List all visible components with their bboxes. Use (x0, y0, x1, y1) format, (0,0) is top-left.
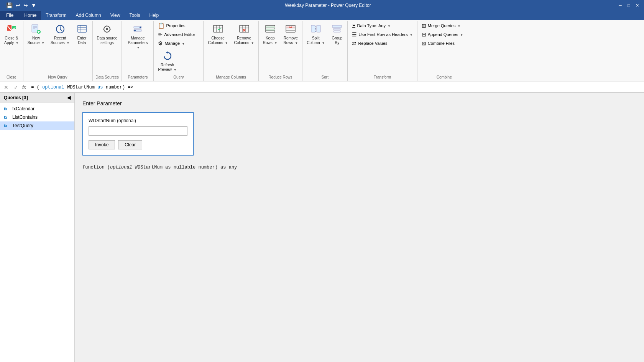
remove-columns-label: RemoveColumns ▼ (234, 36, 254, 45)
invoke-button[interactable]: Invoke (89, 140, 115, 149)
svg-point-23 (140, 27, 141, 28)
close-apply-button[interactable]: Close &Apply ▼ (2, 21, 21, 47)
choose-columns-button[interactable]: ChooseColumns ▼ (205, 21, 230, 47)
menu-tools[interactable]: Tools (125, 11, 145, 20)
query-fx-icon-listcontains: fx (4, 115, 10, 120)
new-source-label: NewSource ▼ (28, 36, 44, 45)
formula-confirm-button[interactable]: ✓ (12, 84, 20, 91)
svg-rect-41 (286, 25, 295, 32)
svg-point-24 (134, 30, 136, 31)
ribbon-group-manage-columns: ChooseColumns ▼ RemoveColumns ▼ (204, 21, 258, 81)
manage-parameters-button[interactable]: ManageParameters ▼ (123, 21, 152, 51)
menu-help[interactable]: Help (145, 11, 163, 20)
data-type-button[interactable]: Ξ Data Type: Any ▼ (349, 21, 393, 30)
ribbon-group-combine: ⊞ Merge Queries ▼ ⊟ Append Queries ▼ ⊠ C… (417, 21, 471, 81)
qat-dropdown-icon[interactable]: ▼ (30, 2, 37, 9)
enter-data-button[interactable]: EnterData (73, 21, 91, 47)
fn-optional-keyword: optional (110, 165, 132, 170)
maximize-button[interactable]: □ (625, 2, 632, 9)
ribbon-group-query-items: 📋 Properties ✏ Advanced Editor ⚙ Manage … (155, 21, 202, 48)
first-row-headers-button[interactable]: ☰ Use First Row as Headers ▼ (349, 30, 415, 39)
new-source-button[interactable]: NewSource ▼ (25, 21, 47, 47)
ribbon-group-parameters-items: ManageParameters ▼ (123, 21, 152, 74)
refresh-preview-button[interactable]: RefreshPreview ▼ (155, 48, 179, 74)
data-source-settings-icon (101, 23, 113, 35)
data-source-settings-button[interactable]: Data sourcesettings (94, 21, 120, 47)
svg-rect-26 (214, 25, 223, 32)
ribbon-group-close-items: Close &Apply ▼ (2, 21, 21, 74)
query-item-fxcalendar[interactable]: fx fxCalendar (0, 105, 74, 113)
svg-point-16 (106, 28, 108, 30)
merge-queries-button[interactable]: ⊞ Merge Queries ▼ (419, 21, 463, 30)
fn-return-type: as any (218, 165, 237, 170)
combine-files-button[interactable]: ⊠ Combine Files (419, 39, 457, 48)
close-button[interactable]: ✕ (633, 2, 641, 9)
append-queries-button[interactable]: ⊟ Append Queries ▼ (419, 30, 466, 39)
query-label-testquery: TestQuery (12, 123, 33, 128)
replace-values-button[interactable]: ⇄ Replace Values (349, 39, 390, 48)
remove-columns-icon (238, 23, 250, 35)
new-source-icon (30, 23, 42, 35)
save-icon[interactable]: 💾 (5, 2, 13, 9)
combine-files-label: Combine Files (428, 41, 455, 46)
replace-values-icon: ⇄ (352, 40, 356, 46)
menu-file[interactable]: File (0, 11, 20, 20)
menu-home[interactable]: Home (20, 11, 41, 20)
window-controls: ─ □ ✕ (616, 2, 641, 9)
remove-rows-button[interactable]: RemoveRows ▼ (281, 21, 301, 47)
svg-rect-51 (334, 28, 340, 30)
ribbon-group-manage-columns-label: Manage Columns (205, 74, 256, 80)
svg-rect-52 (334, 31, 340, 32)
group-by-icon (331, 23, 343, 35)
fn-param-text: WDStartNum as nullable number (132, 165, 215, 170)
manage-button[interactable]: ⚙ Manage ▼ (155, 39, 187, 48)
group-by-label: GroupBy (332, 36, 342, 45)
keep-rows-button[interactable]: KeepRows ▼ (260, 21, 280, 47)
parameter-dialog: WDStartNum (optional) Invoke Clear (82, 112, 194, 156)
param-input-field[interactable] (89, 126, 187, 136)
formula-cancel-button[interactable]: ✕ (2, 84, 10, 91)
recent-sources-label: RecentSources ▼ (51, 36, 69, 45)
ribbon-content: Close &Apply ▼ Close (0, 20, 644, 82)
query-item-listcontains[interactable]: fx ListContains (0, 113, 74, 121)
svg-rect-11 (78, 25, 86, 32)
ribbon-group-parameters-label: Parameters (123, 74, 152, 80)
undo-icon[interactable]: ↩ (15, 2, 21, 9)
ribbon-group-transform: Ξ Data Type: Any ▼ ☰ Use First Row as He… (348, 21, 417, 81)
param-field-label: WDStartNum (optional) (89, 118, 187, 123)
svg-marker-25 (166, 51, 168, 54)
recent-sources-icon (54, 23, 66, 35)
fn-open-paren: ( (107, 165, 110, 170)
ribbon-group-reduce-rows: KeepRows ▼ RemoveRows ▼ (259, 21, 302, 81)
advanced-editor-button[interactable]: ✏ Advanced Editor (155, 30, 198, 39)
keep-rows-icon (264, 23, 276, 35)
data-type-icon: Ξ (352, 23, 355, 29)
properties-button[interactable]: 📋 Properties (155, 21, 188, 30)
main-layout: Queries [3] ◀ fx fxCalendar fx ListConta… (0, 93, 644, 362)
split-column-button[interactable]: SplitColumn ▼ (304, 21, 327, 47)
choose-columns-icon (212, 23, 224, 35)
window-title: Weekday Parameter - Power Query Editor (39, 3, 616, 8)
menu-transform[interactable]: Transform (41, 11, 71, 20)
queries-panel-header: Queries [3] ◀ (0, 93, 74, 103)
menu-add-column[interactable]: Add Column (71, 11, 106, 20)
formula-content: = ( optional WDStartNum as number) => (28, 85, 642, 90)
query-item-testquery[interactable]: fx TestQuery (0, 121, 74, 130)
recent-sources-button[interactable]: RecentSources ▼ (48, 21, 72, 47)
minimize-button[interactable]: ─ (616, 2, 624, 9)
redo-icon[interactable]: ↪ (23, 2, 29, 9)
formula-optional: optional (42, 85, 64, 90)
ribbon-group-data-sources: Data sourcesettings Data Sources (93, 21, 122, 81)
manage-parameters-icon (131, 23, 144, 35)
formula-as: as (97, 85, 103, 90)
remove-columns-button[interactable]: RemoveColumns ▼ (232, 21, 257, 47)
ribbon-group-sort-items: SplitColumn ▼ GroupBy (304, 21, 346, 74)
menu-view[interactable]: View (106, 11, 125, 20)
group-by-button[interactable]: GroupBy (328, 21, 346, 47)
fn-close-paren: ) (215, 165, 218, 170)
ribbon-group-query: 📋 Properties ✏ Advanced Editor ⚙ Manage … (154, 21, 204, 81)
formula-type: number) => (103, 85, 133, 90)
clear-button[interactable]: Clear (118, 140, 142, 149)
queries-panel-title: Queries [3] (4, 95, 28, 100)
queries-panel-collapse-icon[interactable]: ◀ (67, 95, 71, 100)
